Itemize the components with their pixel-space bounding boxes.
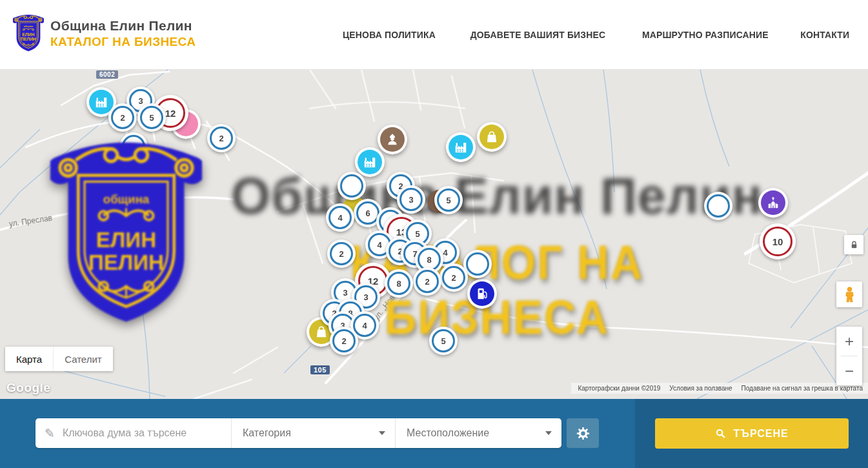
- header: Община Елин Пелин КАТАЛОГ НА БИЗНЕСА ЦЕН…: [0, 0, 868, 70]
- search-button[interactable]: ТЪРСЕНЕ: [655, 418, 849, 449]
- search-bar-right-panel: ТЪРСЕНЕ: [635, 399, 868, 468]
- shopping-bag-icon: [485, 130, 499, 144]
- map-cluster-marker[interactable]: 5: [434, 186, 463, 214]
- cluster-count: 2: [332, 329, 356, 352]
- cluster-count: [707, 194, 730, 218]
- map-cluster-marker[interactable]: 5: [137, 103, 166, 132]
- brand-title: Община Елин Пелин: [50, 18, 196, 34]
- map-cluster-marker[interactable]: 2: [327, 239, 356, 268]
- cluster-count: 5: [437, 188, 460, 212]
- factory-icon: [363, 155, 377, 169]
- cluster-count: 2: [210, 127, 233, 150]
- attribution-terms-link[interactable]: Условия за ползване: [669, 385, 732, 392]
- cluster-count: 4: [328, 206, 352, 229]
- pin-disc: [467, 279, 497, 309]
- keyword-field-wrap: ✎: [35, 418, 231, 448]
- cluster-count: 2: [442, 266, 465, 289]
- map-canvas[interactable]: 6002 105 ул. Преслав бул. „Новосел ции" …: [0, 70, 868, 399]
- nav-item-bus-schedule[interactable]: МАРШРУТНО РАЗПИСАНИЕ: [642, 29, 769, 41]
- attribution-report-link[interactable]: Подаване на сигнал за грешка в картата: [742, 385, 863, 392]
- brand-text: Община Елин Пелин КАТАЛОГ НА БИЗНЕСА: [50, 18, 196, 49]
- map-pin-bag[interactable]: [477, 122, 507, 152]
- worker-icon: [385, 132, 399, 147]
- map-type-map-button[interactable]: Карта: [5, 347, 53, 371]
- chevron-down-icon: [545, 431, 552, 435]
- map-cluster-marker[interactable]: 2: [108, 103, 137, 132]
- brand-subtitle: КАТАЛОГ НА БИЗНЕСА: [50, 35, 196, 49]
- map-pin-fuel[interactable]: [467, 279, 497, 309]
- pin-disc: [355, 147, 385, 177]
- map-type-toggle: Карта Сателит: [5, 347, 113, 371]
- church-icon: [766, 196, 780, 210]
- pin-disc: [477, 122, 507, 152]
- map-cluster-marker[interactable]: 5: [429, 327, 458, 355]
- search-bar: ТЪРСЕНЕ ✎ Категория Местоположение: [0, 399, 868, 468]
- zoom-out-button[interactable]: −: [836, 356, 862, 385]
- map-cluster-marker[interactable]: 4: [326, 203, 354, 232]
- cluster-count: 8: [387, 272, 410, 295]
- location-select[interactable]: Местоположение: [395, 418, 561, 448]
- factory-icon: [94, 95, 108, 109]
- cluster-count: 2: [330, 242, 353, 265]
- cluster-count: 3: [399, 188, 423, 211]
- cluster-count: 2: [111, 106, 134, 129]
- cluster-count: 4: [353, 314, 376, 337]
- category-select-value: Категория: [243, 427, 291, 439]
- map-cluster-marker[interactable]: [119, 132, 148, 161]
- nav-item-add-business[interactable]: ДОБАВЕТЕ ВАШИЯТ БИЗНЕС: [470, 29, 606, 41]
- nav-item-pricing[interactable]: ЦЕНОВА ПОЛИТИКА: [343, 29, 436, 41]
- pin-disc: [446, 132, 476, 162]
- map-cluster-marker[interactable]: 2: [330, 327, 358, 355]
- map-pin-factory[interactable]: [446, 132, 476, 162]
- keyword-input[interactable]: [61, 427, 231, 440]
- cluster-count: 10: [763, 227, 792, 256]
- search-button-label: ТЪРСЕНЕ: [733, 428, 788, 440]
- cluster-count: [466, 252, 489, 276]
- municipality-emblem-icon: [13, 14, 44, 53]
- zoom-control: + −: [836, 327, 862, 385]
- map-cluster-marker[interactable]: 10: [760, 223, 796, 259]
- category-select[interactable]: Категория: [231, 418, 395, 448]
- pin-disc: [758, 188, 788, 218]
- map-pin-factory[interactable]: [355, 147, 385, 177]
- main-nav: ЦЕНОВА ПОЛИТИКА ДОБАВЕТЕ ВАШИЯТ БИЗНЕС М…: [338, 0, 852, 69]
- search-icon: [715, 428, 726, 439]
- location-select-value: Местоположение: [407, 427, 489, 439]
- zoom-in-button[interactable]: +: [836, 327, 862, 356]
- cluster-count: [340, 174, 363, 198]
- lock-button[interactable]: [844, 235, 863, 254]
- cluster-count: 2: [416, 270, 439, 293]
- map-cluster-marker[interactable]: 2: [439, 263, 468, 292]
- cluster-count: 5: [140, 106, 163, 129]
- chevron-down-icon: [379, 431, 385, 435]
- gear-icon: [576, 426, 590, 441]
- map-cluster-marker[interactable]: [704, 192, 732, 220]
- pegman-button[interactable]: [836, 281, 862, 307]
- map-cluster-marker[interactable]: [338, 172, 366, 200]
- brand-logo[interactable]: Община Елин Пелин КАТАЛОГ НА БИЗНЕСА: [13, 14, 196, 53]
- factory-icon: [454, 140, 468, 154]
- lock-icon: [849, 240, 859, 250]
- map-attribution: Картографски данни ©2019 Условия за полз…: [571, 383, 868, 394]
- search-fields: ✎ Категория Местоположение: [35, 418, 561, 448]
- attribution-copyright: Картографски данни ©2019: [578, 385, 660, 392]
- map-cluster-marker[interactable]: 3: [397, 185, 425, 214]
- nav-item-contacts[interactable]: КОНТАКТИ: [800, 29, 849, 41]
- fuel-pump-icon: [475, 287, 489, 301]
- map-pin-church[interactable]: [758, 188, 788, 218]
- cluster-count: 5: [432, 329, 455, 352]
- map-cluster-marker[interactable]: 2: [207, 124, 236, 152]
- shopping-bag-icon: [314, 325, 328, 339]
- pencil-icon: ✎: [45, 427, 55, 440]
- settings-button[interactable]: [567, 418, 599, 448]
- markers-layer: 312252235647135104247282122833383425: [0, 70, 868, 399]
- map-type-satellite-button[interactable]: Сателит: [53, 347, 113, 371]
- cluster-count: [122, 135, 145, 158]
- google-logo[interactable]: Google: [6, 381, 50, 395]
- page: Община Елин Пелин КАТАЛОГ НА БИЗНЕСА ЦЕН…: [0, 0, 868, 468]
- map-cluster-marker[interactable]: 2: [413, 267, 441, 296]
- pegman-icon: [841, 286, 858, 303]
- map-cluster-marker[interactable]: 8: [385, 269, 413, 298]
- map-cluster-marker[interactable]: [463, 250, 492, 278]
